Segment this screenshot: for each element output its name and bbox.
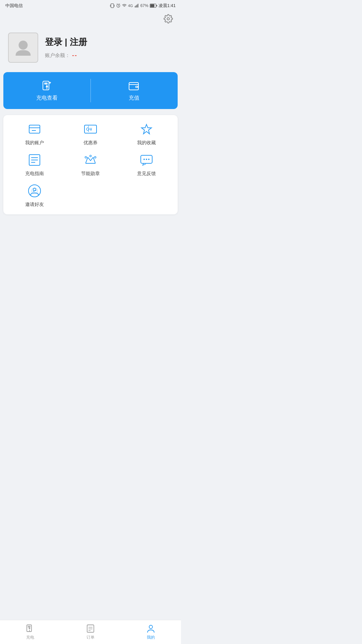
svg-point-44	[33, 188, 36, 191]
settings-icon	[164, 14, 173, 23]
my-account-item[interactable]: 我的账户	[7, 122, 62, 146]
svg-point-37	[94, 157, 96, 158]
battery-icon	[150, 4, 157, 8]
settings-row	[0, 11, 181, 29]
wifi-icon	[122, 3, 127, 8]
energy-medal-label: 节能勋章	[81, 171, 100, 177]
svg-point-41	[146, 159, 147, 160]
invite-friends-label: 邀请好友	[25, 202, 44, 208]
coupon-label: 优惠券	[83, 140, 98, 146]
carrier-text: 中国电信	[5, 3, 23, 9]
signal-bars-icon	[134, 3, 139, 8]
balance-label: 账户余额：	[45, 52, 70, 59]
svg-point-40	[143, 159, 145, 160]
status-bar: 中国电信 4G 67% 凌晨1:41	[0, 0, 181, 11]
vibrate-icon	[110, 3, 115, 8]
invite-icon	[27, 183, 42, 198]
empty-slot-2	[119, 183, 174, 208]
profile-section: 登录 | 注册 账户余额： --	[0, 29, 181, 72]
grid-card: 我的账户 ¥ 优惠券 我的收藏	[3, 115, 178, 214]
energy-medal-item[interactable]: 节能勋章	[63, 153, 118, 177]
charge-guide-icon	[27, 153, 42, 167]
svg-rect-16	[44, 83, 48, 85]
svg-rect-10	[138, 4, 138, 7]
svg-rect-9	[137, 5, 137, 8]
charge-view-label: 充电查看	[36, 95, 58, 102]
svg-point-42	[148, 159, 149, 160]
feedback-icon	[139, 153, 154, 167]
wallet-icon	[128, 80, 140, 92]
balance-row: 账户余额： --	[45, 52, 87, 59]
svg-rect-12	[150, 4, 154, 7]
invite-friends-item[interactable]: 邀请好友	[7, 183, 62, 208]
svg-point-14	[19, 41, 28, 50]
feedback-label: 意见反馈	[137, 171, 156, 177]
charge-view-button[interactable]: 充电查看	[3, 72, 90, 109]
signal-text: 4G	[128, 4, 133, 8]
svg-text:¥: ¥	[89, 127, 92, 132]
svg-point-28	[86, 128, 89, 130]
my-account-label: 我的账户	[25, 140, 44, 146]
svg-rect-0	[111, 4, 114, 8]
svg-rect-8	[136, 5, 136, 7]
recharge-label: 充值	[129, 95, 139, 102]
login-register-text[interactable]: 登录 | 注册	[45, 36, 87, 48]
svg-point-36	[85, 157, 86, 158]
account-icon	[27, 122, 42, 137]
charge-station-icon	[41, 80, 53, 92]
feedback-item[interactable]: 意见反馈	[119, 153, 174, 177]
alarm-icon	[116, 3, 121, 8]
action-banner: 充电查看 充值	[3, 72, 178, 109]
grid-row-1: 我的账户 ¥ 优惠券 我的收藏	[7, 122, 174, 146]
coupon-item[interactable]: ¥ 优惠券	[63, 122, 118, 146]
svg-point-38	[89, 155, 91, 157]
grid-row-3: 邀请好友	[7, 183, 174, 208]
svg-rect-15	[43, 81, 49, 90]
status-right: 4G 67% 凌晨1:41	[110, 3, 176, 9]
empty-slot-1	[63, 183, 118, 208]
grid-row-2: 充电指南 节能勋章 意见反馈	[7, 153, 174, 177]
time-text: 凌晨1:41	[159, 3, 176, 9]
coupon-icon: ¥	[83, 122, 98, 137]
svg-point-23	[136, 86, 137, 87]
svg-marker-18	[46, 85, 48, 87]
avatar[interactable]	[8, 33, 38, 63]
svg-line-4	[117, 4, 117, 4]
svg-rect-7	[135, 6, 135, 7]
settings-button[interactable]	[162, 13, 174, 26]
balance-value: --	[72, 52, 77, 59]
recharge-button[interactable]: 充值	[91, 72, 178, 109]
profile-info: 登录 | 注册 账户余额： --	[45, 36, 87, 59]
svg-marker-31	[141, 124, 152, 134]
my-favorites-item[interactable]: 我的收藏	[119, 122, 174, 146]
svg-rect-24	[29, 125, 40, 133]
battery-percent: 67%	[140, 3, 148, 8]
favorites-icon	[139, 122, 154, 137]
charge-guide-label: 充电指南	[25, 171, 44, 177]
avatar-icon	[13, 38, 33, 58]
crown-icon	[83, 153, 98, 167]
charge-guide-item[interactable]: 充电指南	[7, 153, 62, 177]
my-favorites-label: 我的收藏	[137, 140, 156, 146]
svg-line-5	[119, 4, 120, 4]
svg-point-13	[167, 18, 170, 20]
